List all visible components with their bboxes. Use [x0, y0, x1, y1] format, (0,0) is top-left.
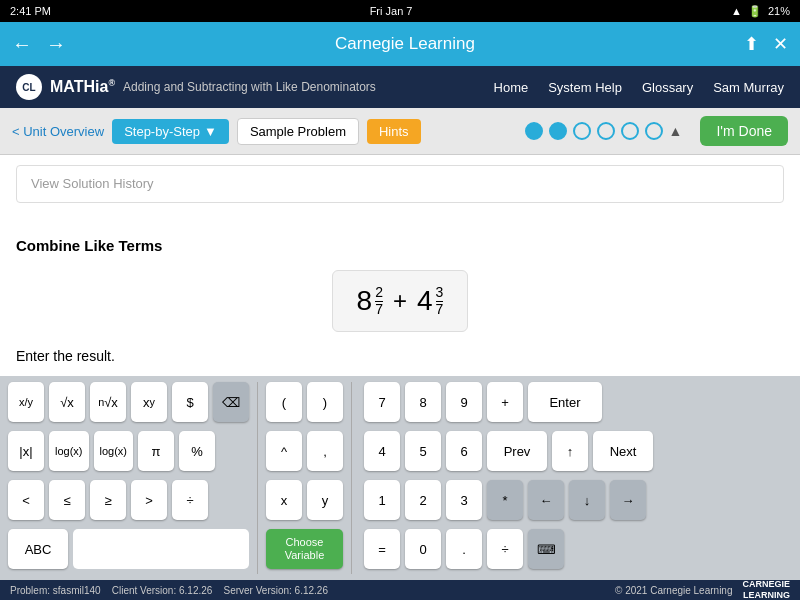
key-log2[interactable]: log(x)	[94, 431, 134, 471]
key-up[interactable]: ↑	[552, 431, 588, 471]
progress-dot-5	[621, 122, 639, 140]
progress-dot-3	[573, 122, 591, 140]
key-8[interactable]: 8	[405, 382, 441, 422]
key-abc[interactable]: ABC	[8, 529, 68, 569]
key-9[interactable]: 9	[446, 382, 482, 422]
nav-system-help[interactable]: System Help	[548, 80, 622, 95]
key-sqrt[interactable]: √x	[49, 382, 85, 422]
key-caret[interactable]: ^	[266, 431, 302, 471]
key-percent[interactable]: %	[179, 431, 215, 471]
result-prompt: Enter the result.	[16, 348, 784, 364]
kbd-row-1: x/y √x n√x xy $ ⌫	[8, 382, 249, 422]
key-comma[interactable]: ,	[307, 431, 343, 471]
key-lparen[interactable]: (	[266, 382, 302, 422]
second-fraction: 3 7	[436, 285, 444, 317]
progress-dots: ▲	[525, 122, 683, 140]
close-icon[interactable]: ✕	[773, 33, 788, 55]
key-pi[interactable]: π	[138, 431, 174, 471]
key-equals[interactable]: =	[364, 529, 400, 569]
hints-button[interactable]: Hints	[367, 119, 421, 144]
step-dropdown-icon: ▼	[204, 124, 217, 139]
key-exponent[interactable]: xy	[131, 382, 167, 422]
key-prev[interactable]: Prev	[487, 431, 547, 471]
cl-logo: CL	[16, 74, 42, 100]
key-6[interactable]: 6	[446, 431, 482, 471]
key-right-arrow[interactable]: →	[610, 480, 646, 520]
key-0[interactable]: 0	[405, 529, 441, 569]
kbd-caret-row: ^ ,	[266, 431, 343, 471]
math-expression: 8 2 7 + 4 3 7	[332, 270, 469, 332]
key-dollar[interactable]: $	[172, 382, 208, 422]
first-fraction: 2 7	[375, 285, 383, 317]
footer-problem: Problem: sfasmil140 Client Version: 6.12…	[10, 585, 328, 596]
im-done-button[interactable]: I'm Done	[700, 116, 788, 146]
share-icon[interactable]: ⬆	[744, 33, 759, 55]
nav-glossary[interactable]: Glossary	[642, 80, 693, 95]
progress-dot-6	[645, 122, 663, 140]
kbd-row-2: |x| log(x) log(x) π %	[8, 431, 249, 471]
progress-dot-2	[549, 122, 567, 140]
key-lte[interactable]: ≤	[49, 480, 85, 520]
status-time: 2:41 PM	[10, 5, 51, 17]
status-bar: 2:41 PM Fri Jan 7 ▲ 🔋 21%	[0, 0, 800, 22]
title-bar: ← → Carnegie Learning ⬆ ✕	[0, 22, 800, 66]
key-1[interactable]: 1	[364, 480, 400, 520]
second-mixed-number: 4 3 7	[417, 285, 443, 317]
back-icon[interactable]: ←	[12, 33, 32, 56]
key-4[interactable]: 4	[364, 431, 400, 471]
key-keyboard-icon[interactable]: ⌨	[528, 529, 564, 569]
operator: +	[393, 287, 407, 315]
kbd-row-3: < ≤ ≥ > ÷	[8, 480, 249, 520]
nav-user[interactable]: Sam Murray	[713, 80, 784, 95]
battery-level: 21%	[768, 5, 790, 17]
app-name: MATHia®	[50, 78, 115, 96]
key-plus[interactable]: +	[487, 382, 523, 422]
key-rparen[interactable]: )	[307, 382, 343, 422]
choose-variable-button[interactable]: ChooseVariable	[266, 529, 343, 569]
status-date: Fri Jan 7	[370, 5, 413, 17]
text-input-field[interactable]	[73, 529, 249, 569]
key-5[interactable]: 5	[405, 431, 441, 471]
key-backspace[interactable]: ⌫	[213, 382, 249, 422]
key-left-arrow[interactable]: ←	[528, 480, 564, 520]
key-7[interactable]: 7	[364, 382, 400, 422]
key-3[interactable]: 3	[446, 480, 482, 520]
progress-chevron-icon[interactable]: ▲	[669, 123, 683, 139]
kbd-row-4: ABC	[8, 529, 249, 569]
key-lt[interactable]: <	[8, 480, 44, 520]
key-gt[interactable]: >	[131, 480, 167, 520]
key-fraction[interactable]: x/y	[8, 382, 44, 422]
app-title: Carnegie Learning	[335, 34, 475, 54]
key-log[interactable]: log(x)	[49, 431, 89, 471]
key-asterisk[interactable]: *	[487, 480, 523, 520]
app-header: CL MATHia® Adding and Subtracting with L…	[0, 66, 800, 108]
progress-dot-4	[597, 122, 615, 140]
battery-icon: 🔋	[748, 5, 762, 18]
key-gte[interactable]: ≥	[90, 480, 126, 520]
carnegie-logo: CARNEGIELEARNING	[742, 579, 790, 600]
sample-problem-button[interactable]: Sample Problem	[237, 118, 359, 145]
step-by-step-button[interactable]: Step-by-Step ▼	[112, 119, 229, 144]
toolbar: < Unit Overview Step-by-Step ▼ Sample Pr…	[0, 108, 800, 155]
key-next[interactable]: Next	[593, 431, 653, 471]
solution-history[interactable]: View Solution History	[16, 165, 784, 203]
nav-home[interactable]: Home	[494, 80, 529, 95]
key-nthroot[interactable]: n√x	[90, 382, 126, 422]
keyboard: x/y √x n√x xy $ ⌫ |x| log(x) log(x) π % …	[0, 376, 800, 580]
key-down-arrow[interactable]: ↓	[569, 480, 605, 520]
key-x[interactable]: x	[266, 480, 302, 520]
unit-overview-button[interactable]: < Unit Overview	[12, 124, 104, 139]
key-frac-div[interactable]: ÷	[487, 529, 523, 569]
footer: Problem: sfasmil140 Client Version: 6.12…	[0, 580, 800, 600]
problem-title: Combine Like Terms	[16, 237, 784, 254]
key-abs[interactable]: |x|	[8, 431, 44, 471]
key-y[interactable]: y	[307, 480, 343, 520]
main-content: View Solution History	[0, 155, 800, 227]
progress-dot-1	[525, 122, 543, 140]
kbd-xy-row: x y	[266, 480, 343, 520]
forward-icon[interactable]: →	[46, 33, 66, 56]
key-enter[interactable]: Enter	[528, 382, 602, 422]
key-dot[interactable]: .	[446, 529, 482, 569]
key-2[interactable]: 2	[405, 480, 441, 520]
key-divide[interactable]: ÷	[172, 480, 208, 520]
